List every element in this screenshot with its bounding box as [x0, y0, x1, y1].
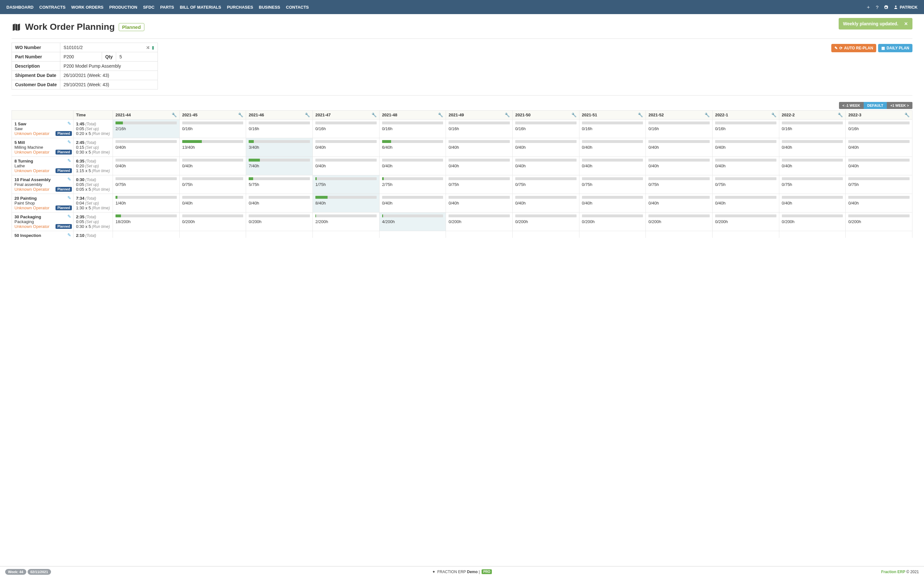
capacity-cell[interactable]: 0/40h	[312, 157, 379, 175]
nav-item[interactable]: BILL OF MATERIALS	[180, 5, 221, 10]
capacity-cell[interactable]: 0/40h	[779, 194, 846, 213]
capacity-cell[interactable]: 4/200h	[379, 213, 446, 231]
capacity-cell[interactable]: 0/16h	[646, 119, 712, 138]
capacity-cell[interactable]: 0/16h	[246, 119, 313, 138]
wrench-icon[interactable]: 🔧	[905, 113, 909, 117]
capacity-cell[interactable]: 0/16h	[379, 119, 446, 138]
capacity-cell[interactable]: 6/40h	[379, 138, 446, 157]
capacity-cell[interactable]: 0/40h	[846, 138, 913, 157]
capacity-cell[interactable]: 0/16h	[179, 119, 246, 138]
capacity-cell[interactable]: 0/16h	[312, 119, 379, 138]
capacity-cell[interactable]: 0/40h	[579, 194, 646, 213]
next-week-button[interactable]: +1 WEEK >	[887, 102, 913, 109]
auto-replan-button[interactable]: ✎ ⟳ AUTO RE-PLAN	[831, 44, 876, 52]
capacity-cell[interactable]: 0/75h	[446, 175, 513, 194]
user-icon[interactable]: PATRICK	[893, 5, 918, 10]
capacity-cell[interactable]: 0/40h	[312, 138, 379, 157]
capacity-cell[interactable]: 0/40h	[646, 138, 712, 157]
default-week-button[interactable]: DEFAULT	[864, 102, 887, 109]
wrench-icon[interactable]: 🔧	[771, 113, 776, 117]
capacity-cell[interactable]: 5/75h	[246, 175, 313, 194]
capacity-cell[interactable]: 0/200h	[179, 213, 246, 231]
capacity-cell[interactable]: 0/40h	[579, 157, 646, 175]
capacity-cell[interactable]: 0/75h	[179, 175, 246, 194]
capacity-cell[interactable]: 0/40h	[512, 194, 579, 213]
wrench-icon[interactable]: 🔧	[438, 113, 443, 117]
capacity-cell[interactable]: 0/40h	[446, 194, 513, 213]
capacity-cell[interactable]: 0/40h	[779, 138, 846, 157]
wrench-icon[interactable]: 🔧	[638, 113, 643, 117]
help-icon[interactable]: ?	[876, 5, 879, 10]
edit-icon[interactable]: ✎	[67, 195, 71, 200]
capacity-cell[interactable]: 0/75h	[113, 175, 180, 194]
nav-item[interactable]: CONTRACTS	[39, 5, 66, 10]
edit-icon[interactable]: ✎	[67, 214, 71, 219]
capacity-cell[interactable]: 0/75h	[846, 175, 913, 194]
capacity-cell[interactable]: 0/40h	[712, 194, 779, 213]
wrench-icon[interactable]: 🔧	[572, 113, 577, 117]
capacity-cell[interactable]: 0/75h	[712, 175, 779, 194]
edit-icon[interactable]: ✎	[67, 177, 71, 182]
capacity-cell[interactable]: 0/200h	[712, 213, 779, 231]
shuffle-icon[interactable]: ⤮	[146, 45, 150, 50]
plus-icon[interactable]: ＋	[866, 4, 871, 10]
capacity-cell[interactable]: 0/40h	[712, 157, 779, 175]
capacity-cell[interactable]: 0/40h	[779, 157, 846, 175]
edit-icon[interactable]: ✎	[67, 121, 71, 126]
nav-item[interactable]: BUSINESS	[259, 5, 280, 10]
wrench-icon[interactable]: 🔧	[505, 113, 510, 117]
prev-week-button[interactable]: < -1 WEEK	[839, 102, 864, 109]
nav-item[interactable]: DASHBOARD	[6, 5, 34, 10]
capacity-cell[interactable]: 0/75h	[579, 175, 646, 194]
capacity-cell[interactable]: 13/40h	[179, 138, 246, 157]
capacity-cell[interactable]: 0/200h	[646, 213, 712, 231]
capacity-cell[interactable]: 0/40h	[646, 194, 712, 213]
edit-icon[interactable]: ✎	[67, 158, 71, 163]
file-icon[interactable]: ▮	[152, 45, 154, 50]
capacity-cell[interactable]: 0/200h	[446, 213, 513, 231]
capacity-cell[interactable]: 1/75h	[312, 175, 379, 194]
nav-item[interactable]: PURCHASES	[227, 5, 253, 10]
capacity-cell[interactable]: 1/40h	[113, 194, 180, 213]
capacity-cell[interactable]: 2/16h	[113, 119, 180, 138]
wrench-icon[interactable]: 🔧	[238, 113, 243, 117]
capacity-cell[interactable]: 0/200h	[779, 213, 846, 231]
capacity-cell[interactable]: 0/40h	[512, 157, 579, 175]
capacity-cell[interactable]: 0/40h	[179, 194, 246, 213]
wrench-icon[interactable]: 🔧	[305, 113, 310, 117]
capacity-cell[interactable]: 0/40h	[179, 157, 246, 175]
capacity-cell[interactable]: 0/200h	[246, 213, 313, 231]
nav-item[interactable]: WORK ORDERS	[71, 5, 103, 10]
nav-item[interactable]: CONTACTS	[286, 5, 309, 10]
capacity-cell[interactable]: 0/16h	[712, 119, 779, 138]
capacity-cell[interactable]: 0/16h	[779, 119, 846, 138]
capacity-cell[interactable]: 0/40h	[113, 138, 180, 157]
capacity-cell[interactable]: 0/40h	[646, 157, 712, 175]
wrench-icon[interactable]: 🔧	[172, 113, 177, 117]
close-icon[interactable]: ✕	[904, 21, 908, 26]
capacity-cell[interactable]: 0/40h	[113, 157, 180, 175]
capacity-cell[interactable]: 0/16h	[846, 119, 913, 138]
capacity-cell[interactable]: 0/200h	[512, 213, 579, 231]
capacity-cell[interactable]: 2/200h	[312, 213, 379, 231]
capacity-cell[interactable]: 3/40h	[246, 138, 313, 157]
capacity-cell[interactable]: 0/40h	[512, 138, 579, 157]
nav-item[interactable]: SFDC	[143, 5, 154, 10]
edit-icon[interactable]: ✎	[67, 232, 71, 237]
wrench-icon[interactable]: 🔧	[838, 113, 843, 117]
capacity-cell[interactable]: 0/200h	[846, 213, 913, 231]
gear-icon[interactable]	[884, 4, 888, 10]
capacity-cell[interactable]: 0/40h	[379, 194, 446, 213]
capacity-cell[interactable]: 0/16h	[579, 119, 646, 138]
wrench-icon[interactable]: 🔧	[372, 113, 376, 117]
capacity-cell[interactable]: 0/16h	[512, 119, 579, 138]
capacity-cell[interactable]: 0/40h	[446, 157, 513, 175]
wrench-icon[interactable]: 🔧	[704, 113, 710, 117]
capacity-cell[interactable]: 0/40h	[846, 157, 913, 175]
capacity-cell[interactable]: 0/40h	[846, 194, 913, 213]
capacity-cell[interactable]: 0/75h	[512, 175, 579, 194]
capacity-cell[interactable]: 2/75h	[379, 175, 446, 194]
nav-item[interactable]: PARTS	[160, 5, 174, 10]
capacity-cell[interactable]: 0/40h	[446, 138, 513, 157]
daily-plan-button[interactable]: ▦ DAILY PLAN	[878, 44, 913, 52]
